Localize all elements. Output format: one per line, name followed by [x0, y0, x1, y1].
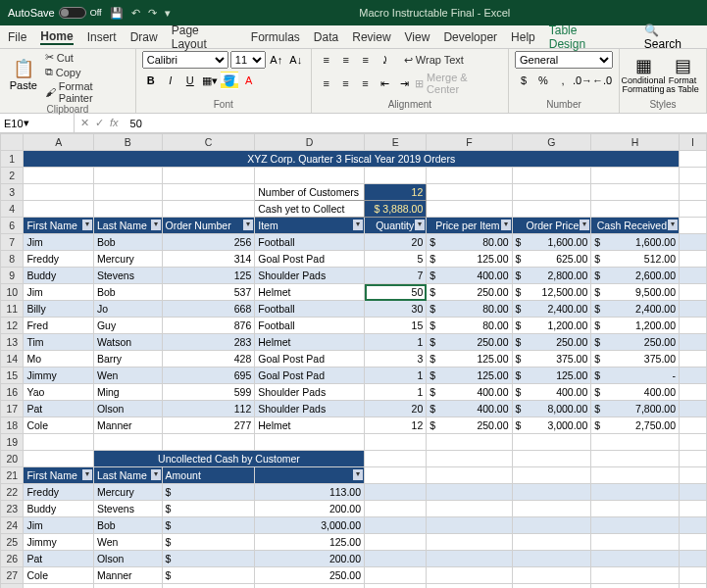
row-1[interactable]: 1 — [1, 151, 24, 168]
italic-button[interactable]: I — [162, 72, 179, 89]
row-11[interactable]: 11 — [1, 301, 24, 318]
cell-item[interactable]: Helmet — [255, 284, 365, 301]
cell-fn[interactable]: Pat — [24, 401, 94, 417]
cell-on[interactable]: 125 — [162, 268, 255, 284]
worksheet[interactable]: ABCDEFGHI 1XYZ Corp. Quarter 3 Fiscal Ye… — [0, 133, 707, 588]
cell-ln[interactable]: Olson — [93, 401, 162, 417]
cell-on[interactable]: 876 — [162, 318, 255, 334]
cell-ln[interactable]: Bob — [93, 234, 162, 251]
hdr-price-per-item[interactable]: Price per Item▾ — [427, 218, 512, 234]
cell-fn[interactable]: Jim — [24, 234, 94, 251]
row-27[interactable]: 27 — [1, 567, 24, 584]
t2-hdr-fn[interactable]: First Name▾ — [24, 467, 94, 484]
col-F[interactable]: F — [427, 134, 512, 151]
cell-ln[interactable]: Guy — [93, 318, 162, 334]
row-13[interactable]: 13 — [1, 334, 24, 351]
row-23[interactable]: 23 — [1, 501, 24, 517]
cell-item[interactable]: Goal Post Pad — [255, 351, 365, 368]
cell-qty[interactable]: 1 — [365, 334, 427, 351]
tab-formulas[interactable]: Formulas — [251, 30, 300, 44]
cell-amt[interactable]: 250.00 — [255, 567, 365, 584]
cell-cr[interactable]: $7,800.00 — [591, 401, 680, 417]
font-size-select[interactable]: 11 — [230, 51, 266, 69]
row-21[interactable]: 21 — [1, 467, 24, 484]
tab-data[interactable]: Data — [314, 30, 338, 44]
cash-collect-label[interactable]: Cash yet to Collect — [255, 201, 365, 218]
indent-dec-icon[interactable]: ⇤ — [376, 74, 393, 92]
cell-on[interactable]: 283 — [162, 334, 255, 351]
filter-icon[interactable]: ▾ — [580, 220, 589, 230]
format-as-table-button[interactable]: ▤Format as Table — [665, 51, 700, 98]
cell-on[interactable]: 256 — [162, 234, 255, 251]
cell-item[interactable]: Football — [255, 301, 365, 318]
copy-button[interactable]: ⧉Copy — [45, 66, 129, 78]
tab-page-layout[interactable]: Page Layout — [172, 24, 237, 51]
cell-fn[interactable]: Pat — [24, 551, 94, 567]
t2-hdr-amt[interactable]: Amount — [162, 467, 255, 484]
align-center-icon[interactable]: ≡ — [337, 74, 355, 92]
cell-ln[interactable]: Manner — [93, 417, 162, 434]
cut-button[interactable]: ✂Cut — [45, 51, 129, 64]
cell-ln[interactable]: Stevens — [93, 268, 162, 284]
format-painter-button[interactable]: 🖌Format Painter — [45, 80, 129, 104]
row-7[interactable]: 7 — [1, 234, 24, 251]
cell-fn[interactable]: Cole — [24, 567, 94, 584]
select-all[interactable] — [1, 134, 24, 151]
align-middle-icon[interactable]: ≡ — [337, 51, 355, 69]
cell-qty[interactable]: 1 — [365, 368, 427, 384]
align-top-icon[interactable]: ≡ — [318, 51, 335, 69]
cell-item[interactable]: Football — [255, 318, 365, 334]
cell-pp[interactable]: $250.00 — [427, 417, 512, 434]
cell-op[interactable]: $400.00 — [512, 384, 591, 401]
cell-pp[interactable]: $125.00 — [427, 368, 512, 384]
autosave-toggle[interactable]: AutoSave Off — [8, 7, 102, 19]
cell-ln[interactable]: Bob — [93, 284, 162, 301]
underline-button[interactable]: U — [181, 72, 199, 89]
cell-fn[interactable]: Freddy — [24, 251, 94, 268]
cell-qty[interactable]: 5 — [365, 251, 427, 268]
cell-cr[interactable]: $2,400.00 — [591, 301, 680, 318]
font-name-select[interactable]: Calibri — [142, 51, 228, 69]
conditional-formatting-button[interactable]: ▦Conditional Formatting — [626, 51, 661, 98]
hdr-cash-received[interactable]: Cash Received▾ — [591, 218, 680, 234]
cell-on[interactable]: 599 — [162, 384, 255, 401]
cell-op[interactable]: $2,400.00 — [512, 301, 591, 318]
cell-pp[interactable]: $250.00 — [427, 334, 512, 351]
cancel-icon[interactable]: ✕ — [80, 117, 89, 129]
row-8[interactable]: 8 — [1, 251, 24, 268]
font-color-button[interactable]: A — [240, 72, 258, 89]
cell-pp[interactable]: $400.00 — [427, 384, 512, 401]
cell-on[interactable]: 537 — [162, 284, 255, 301]
cell-fn[interactable]: Buddy — [24, 268, 94, 284]
cell-ln[interactable]: Watson — [93, 334, 162, 351]
cell-ln[interactable]: Mercury — [93, 251, 162, 268]
cell-amt-sym[interactable]: $ — [162, 534, 255, 551]
cell-qty[interactable]: 30 — [365, 301, 427, 318]
tab-view[interactable]: View — [405, 30, 430, 44]
indent-inc-icon[interactable]: ⇥ — [395, 74, 413, 92]
filter-icon[interactable]: ▾ — [151, 220, 161, 230]
cell-op[interactable]: $3,000.00 — [512, 417, 591, 434]
cell-ln[interactable]: Manner — [93, 567, 162, 584]
filter-icon[interactable]: ▾ — [82, 469, 92, 480]
cell-fn[interactable]: Billy — [24, 301, 94, 318]
row-22[interactable]: 22 — [1, 484, 24, 501]
row-28[interactable]: 28 — [1, 584, 24, 589]
cell-amt-sym[interactable]: $ — [162, 501, 255, 517]
increase-font-icon[interactable]: A↑ — [268, 51, 285, 69]
cell-item[interactable]: Shoulder Pads — [255, 268, 365, 284]
row-26[interactable]: 26 — [1, 551, 24, 567]
orientation-icon[interactable]: ⤸ — [377, 51, 394, 69]
row-3[interactable]: 3 — [1, 184, 24, 201]
cell-op[interactable]: $8,000.00 — [512, 401, 591, 417]
row-12[interactable]: 12 — [1, 318, 24, 334]
bold-button[interactable]: B — [142, 72, 160, 89]
cell-amt-sym[interactable]: $ — [162, 484, 255, 501]
hdr-last-name[interactable]: Last Name▾ — [93, 218, 162, 234]
filter-icon[interactable]: ▾ — [151, 469, 161, 480]
row-25[interactable]: 25 — [1, 534, 24, 551]
t2-hdr-blank[interactable]: ▾ — [255, 467, 365, 484]
row-10[interactable]: 10 — [1, 284, 24, 301]
tab-home[interactable]: Home — [40, 29, 73, 45]
cell-ln[interactable]: Mercury — [93, 484, 162, 501]
